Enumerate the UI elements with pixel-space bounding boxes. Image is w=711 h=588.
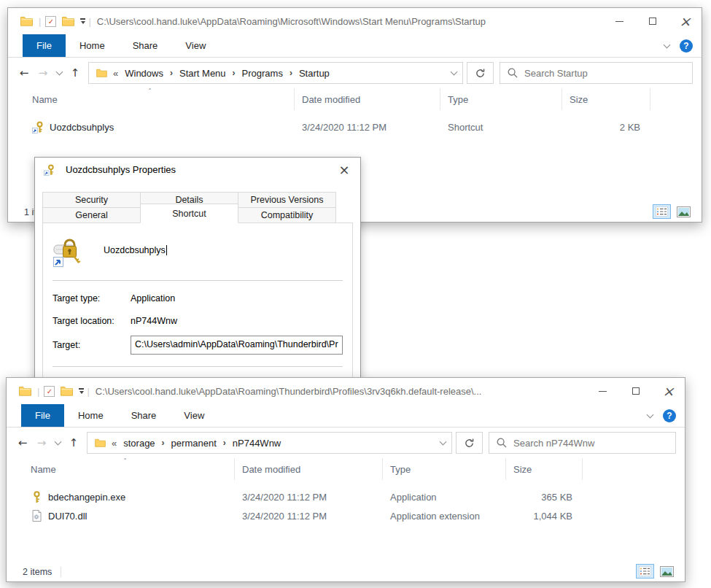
tab-view[interactable]: View xyxy=(171,34,219,57)
search-icon xyxy=(497,438,507,448)
titlebar[interactable]: C:\Users\cool.hand.luke\AppData\Roaming\… xyxy=(7,378,685,404)
column-header-size[interactable]: Size xyxy=(562,88,650,110)
tab-share[interactable]: Share xyxy=(117,404,171,427)
column-header-size[interactable]: Size xyxy=(506,458,583,480)
breadcrumb-segment[interactable]: Windows xyxy=(123,68,165,79)
target-input[interactable]: C:\Users\admin\AppData\Roaming\Thunderbi… xyxy=(131,336,343,355)
folder-icon xyxy=(61,15,74,28)
target-type-label: Target type: xyxy=(53,293,131,303)
column-header-type[interactable]: Type xyxy=(383,458,506,480)
forward-button[interactable] xyxy=(33,433,50,452)
close-button[interactable] xyxy=(652,378,685,404)
chevron-right-icon xyxy=(170,68,173,78)
folder-icon xyxy=(95,66,108,80)
target-label: Target: xyxy=(53,340,131,350)
expand-ribbon-icon[interactable] xyxy=(647,411,654,419)
close-icon[interactable] xyxy=(334,160,354,179)
column-header-date-modified[interactable]: Date modified xyxy=(235,458,383,480)
details-view-button[interactable] xyxy=(636,564,654,579)
chevron-right-icon xyxy=(162,438,165,448)
maximize-button[interactable] xyxy=(636,8,669,34)
refresh-button[interactable] xyxy=(456,432,483,454)
tab-file[interactable]: File xyxy=(21,404,64,427)
file-type: Application xyxy=(383,487,506,506)
dialog-titlebar[interactable]: Uozdcbsuhplys Properties xyxy=(35,158,360,182)
breadcrumb-segment[interactable]: storage xyxy=(122,438,156,449)
address-dropdown-icon[interactable] xyxy=(451,69,458,76)
target-location-value: nP744Wnw xyxy=(131,316,177,326)
tab-general[interactable]: General xyxy=(42,207,141,223)
back-button[interactable] xyxy=(15,63,33,82)
minimize-button[interactable] xyxy=(603,8,636,34)
quick-access-dropdown-icon[interactable] xyxy=(80,18,85,24)
help-icon[interactable] xyxy=(680,39,693,53)
up-button[interactable] xyxy=(65,433,82,452)
folder-icon xyxy=(18,384,31,398)
minimize-button[interactable] xyxy=(586,378,619,404)
refresh-icon xyxy=(464,438,475,449)
window-title: C:\Users\cool.hand.luke\AppData\Roaming\… xyxy=(97,16,603,27)
dialog-tabs: Security Details Previous Versions Gener… xyxy=(42,192,335,223)
divider xyxy=(53,366,343,367)
file-row[interactable]: bdechangepin.exe 3/24/2020 11:12 PM Appl… xyxy=(7,487,685,506)
file-row[interactable]: DUI70.dll 3/24/2020 11:12 PM Application… xyxy=(7,506,685,525)
refresh-button[interactable] xyxy=(467,62,494,84)
tab-share[interactable]: Share xyxy=(119,34,172,57)
quick-access-checkbox-icon[interactable] xyxy=(44,386,55,397)
breadcrumb-overflow[interactable]: « xyxy=(112,438,117,449)
back-button[interactable] xyxy=(14,433,31,452)
folder-icon xyxy=(60,384,73,398)
details-view-button[interactable] xyxy=(653,204,671,219)
titlebar[interactable]: C:\Users\cool.hand.luke\AppData\Roaming\… xyxy=(8,8,702,34)
quick-access-checkbox-icon[interactable] xyxy=(45,16,56,27)
breadcrumb-overflow[interactable]: « xyxy=(113,68,118,79)
tab-previous-versions[interactable]: Previous Versions xyxy=(238,192,336,208)
properties-dialog: Uozdcbsuhplys Properties Security Detail… xyxy=(34,157,361,398)
thumbnail-view-button[interactable] xyxy=(675,204,693,219)
breadcrumb-segment[interactable]: nP744Wnw xyxy=(231,438,282,449)
recent-locations-icon[interactable] xyxy=(52,433,63,452)
expand-ribbon-icon[interactable] xyxy=(664,42,671,49)
dll-icon xyxy=(31,510,43,522)
search-input[interactable]: Search Startup xyxy=(500,62,693,84)
tab-file[interactable]: File xyxy=(23,34,66,57)
key-icon xyxy=(31,491,43,503)
address-dropdown-icon[interactable] xyxy=(440,438,447,446)
search-input[interactable]: Search nP744Wnw xyxy=(489,432,676,454)
column-header-date-modified[interactable]: Date modified xyxy=(295,88,440,110)
sort-ascending-icon xyxy=(123,458,127,466)
file-row[interactable]: Uozdcbsuhplys 3/24/2020 11:12 PM Shortcu… xyxy=(8,117,702,136)
search-icon xyxy=(508,68,518,78)
close-button[interactable] xyxy=(669,8,702,34)
file-type: Shortcut xyxy=(440,117,562,136)
folder-icon xyxy=(20,15,33,28)
quick-access-dropdown-icon[interactable] xyxy=(79,388,84,394)
tab-security[interactable]: Security xyxy=(42,192,141,208)
separator xyxy=(61,567,61,577)
up-button[interactable] xyxy=(66,63,84,82)
tab-view[interactable]: View xyxy=(170,404,218,427)
tab-compatibility[interactable]: Compatibility xyxy=(238,207,336,223)
breadcrumb-segment[interactable]: Startup xyxy=(298,68,331,79)
target-location-label: Target location: xyxy=(53,316,131,326)
breadcrumb-segment[interactable]: Start Menu xyxy=(178,68,228,79)
address-bar[interactable]: « Windows Start Menu Programs Startup xyxy=(88,62,463,84)
shortcut-name-field[interactable]: Uozdcbsuhplys xyxy=(104,245,167,255)
file-size: 1,044 KB xyxy=(506,506,583,525)
address-bar[interactable]: « storage permanent nP744Wnw xyxy=(87,432,452,454)
column-header-name[interactable]: Name xyxy=(7,458,235,480)
refresh-icon xyxy=(475,68,486,79)
key-shortcut-icon xyxy=(43,163,56,177)
tab-home[interactable]: Home xyxy=(66,34,119,57)
help-icon[interactable] xyxy=(663,409,676,422)
forward-button[interactable] xyxy=(34,63,52,82)
column-header-type[interactable]: Type xyxy=(440,88,562,110)
maximize-button[interactable] xyxy=(619,378,652,404)
column-headers: Name Date modified Type Size xyxy=(8,88,702,110)
thumbnail-view-button[interactable] xyxy=(658,564,676,579)
tab-home[interactable]: Home xyxy=(64,404,117,427)
recent-locations-icon[interactable] xyxy=(53,63,65,82)
breadcrumb-segment[interactable]: Programs xyxy=(241,68,284,79)
breadcrumb-segment[interactable]: permanent xyxy=(170,438,218,449)
tab-shortcut[interactable]: Shortcut xyxy=(140,204,238,223)
